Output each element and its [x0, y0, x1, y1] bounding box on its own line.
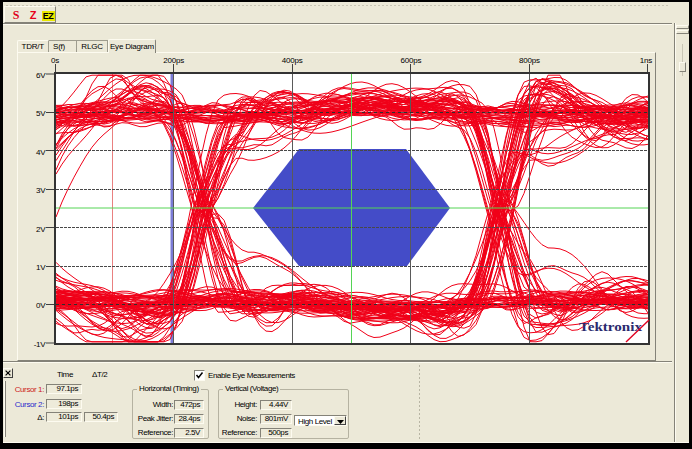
svg-text:0s: 0s [51, 56, 59, 65]
svg-text:600ps: 600ps [400, 56, 421, 65]
svg-text:1V: 1V [36, 263, 46, 272]
svg-text:4V: 4V [36, 148, 46, 157]
svg-text:-1V: -1V [34, 340, 47, 349]
svg-text:3V: 3V [36, 186, 46, 195]
svg-text:Tektronix: Tektronix [579, 319, 642, 334]
svg-text:400ps: 400ps [282, 56, 303, 65]
svg-text:2V: 2V [36, 225, 46, 234]
svg-text:6V: 6V [36, 71, 46, 80]
svg-text:1ns: 1ns [640, 56, 652, 65]
svg-text:800ps: 800ps [519, 56, 540, 65]
svg-text:0V: 0V [36, 301, 46, 310]
svg-text:200ps: 200ps [163, 56, 184, 65]
svg-text:5V: 5V [36, 109, 46, 118]
